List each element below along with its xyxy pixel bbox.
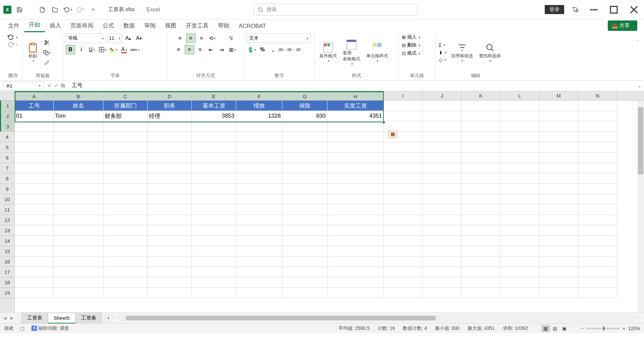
cell[interactable] [192,288,236,298]
col-header[interactable]: E [192,91,236,100]
cell[interactable] [423,121,462,132]
cell[interactable] [384,111,423,121]
row-header[interactable]: 13 [0,225,14,236]
orientation-button[interactable]: ⟲▾ [208,34,217,43]
cell[interactable] [103,132,148,142]
cell[interactable] [282,153,327,163]
cell[interactable] [539,111,578,121]
cell[interactable] [54,246,103,256]
cell[interactable] [500,246,539,256]
cell[interactable] [539,215,578,225]
borders-button[interactable]: ▾ [98,45,107,54]
cell[interactable] [327,121,384,132]
increase-indent-button[interactable]: ⇥ [217,45,226,54]
cell[interactable] [384,236,423,246]
macro-record-icon[interactable]: ▢ [20,326,24,331]
cell[interactable] [192,204,236,215]
cell[interactable] [54,225,103,236]
cell[interactable] [578,204,617,215]
cell[interactable] [15,267,54,277]
cell[interactable] [462,111,500,121]
search-box[interactable]: 搜索 [254,4,418,16]
cell[interactable] [15,288,54,298]
cell[interactable] [103,184,148,194]
cell[interactable] [192,277,236,288]
cell[interactable] [327,215,384,225]
cell[interactable] [236,132,282,142]
zoom-slider[interactable] [586,328,620,329]
cell[interactable] [192,225,236,236]
cell[interactable] [148,267,192,277]
cell[interactable] [539,288,578,298]
cell[interactable] [462,194,500,204]
cell[interactable] [539,267,578,277]
cell[interactable] [236,163,282,173]
align-middle-button[interactable]: ≡ [186,34,196,43]
cell[interactable] [54,288,103,298]
format-as-table-button[interactable]: 套用 表格格式▾ [341,38,362,67]
minimize-button[interactable] [587,3,600,16]
align-top-button[interactable]: ≡ [175,34,185,43]
cell[interactable] [384,184,423,194]
cell[interactable] [384,101,423,111]
cell[interactable]: 3853 [192,111,236,121]
close-button[interactable] [627,3,641,16]
cell[interactable]: 1328 [236,111,282,121]
cell[interactable] [148,256,192,267]
cell[interactable] [539,236,578,246]
cell[interactable] [462,142,500,153]
cell[interactable] [54,184,103,194]
cell[interactable] [15,132,54,142]
cell[interactable] [54,256,103,267]
bold-button[interactable]: B [66,45,75,54]
row-header[interactable]: 5 [0,142,14,153]
tab-file[interactable]: 文件 [3,19,24,32]
cell[interactable] [423,288,462,298]
cell[interactable] [192,246,236,256]
cell[interactable]: 职务 [148,101,192,111]
cell[interactable] [578,142,617,153]
underline-button[interactable]: U▾ [87,45,97,54]
row-header[interactable]: 7 [0,163,14,173]
tab-view[interactable]: 视图 [160,19,181,32]
conditional-format-button[interactable]: 条件格式▾ [317,41,339,64]
cell[interactable] [462,163,500,173]
cell[interactable] [148,236,192,246]
cell[interactable] [192,173,236,184]
cell[interactable] [578,101,617,111]
col-header[interactable]: D [148,91,192,100]
sheet-nav-last-button[interactable]: ▶ [9,315,15,321]
col-header[interactable]: H [327,91,384,100]
cell[interactable] [15,236,54,246]
sheet-tab[interactable]: 工资条 [75,312,102,323]
cell[interactable] [384,225,423,236]
cell[interactable] [423,246,462,256]
font-name-select[interactable]: 等线▾ [66,34,106,43]
cell[interactable] [539,121,578,132]
cell[interactable] [578,173,617,184]
row-header[interactable]: 3 [0,121,14,132]
cell[interactable] [578,184,617,194]
col-header[interactable]: I [384,91,423,100]
fill-button[interactable]: ⬇ ▾ [438,49,447,56]
cell[interactable] [103,121,148,132]
cell[interactable] [500,194,539,204]
fx-icon[interactable]: fx [61,83,65,89]
col-header[interactable]: M [539,91,578,100]
row-header[interactable]: 18 [0,277,14,288]
align-bottom-button[interactable]: ≡ [197,34,206,43]
cell[interactable] [384,194,423,204]
cell[interactable] [327,236,384,246]
row-header[interactable]: 19 [0,288,14,298]
cell[interactable] [282,256,327,267]
cell[interactable] [423,225,462,236]
cell[interactable] [423,194,462,204]
cell[interactable] [462,173,500,184]
cell[interactable] [423,111,462,121]
cell[interactable] [423,204,462,215]
cell[interactable] [500,215,539,225]
cell[interactable] [423,101,462,111]
row-header[interactable]: 8 [0,173,14,184]
cell[interactable]: 工号 [15,101,54,111]
cell[interactable] [500,173,539,184]
